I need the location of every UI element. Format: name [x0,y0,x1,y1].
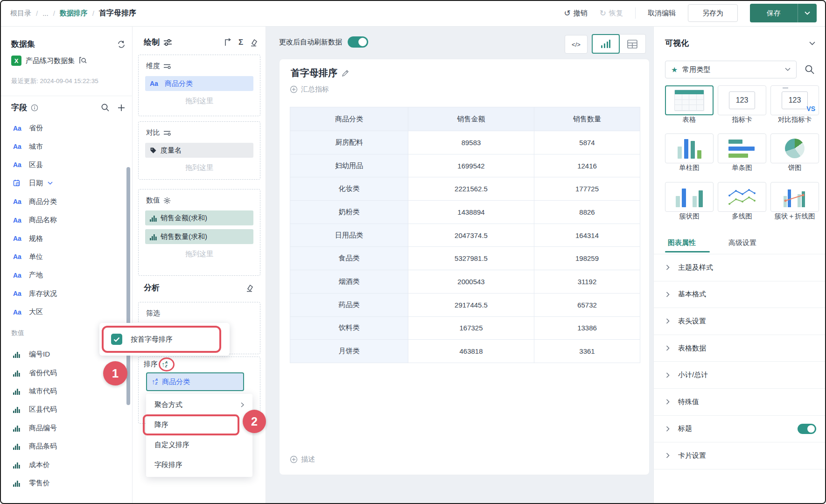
summary-metric-button[interactable]: 汇总指标 [290,85,329,94]
field-item[interactable]: Aa单位 [0,248,133,266]
breadcrumb-ellipsis[interactable]: ... [42,9,49,17]
measure-item[interactable]: 商品编号 [0,419,133,437]
table-header-row: 商品分类 销售金额 销售数量 [290,107,640,131]
text-field-icon: Aa [150,80,161,87]
search-fields-icon[interactable] [101,103,110,112]
save-button[interactable]: 保存 [750,4,817,22]
tab-advanced-settings[interactable]: 高级设置 [728,238,756,247]
combo-chart-icon [780,187,810,207]
measure-item[interactable]: 成本价 [0,455,133,474]
preview-dataset-icon[interactable] [79,56,87,65]
letter-sort-popup: 按首字母排序 [99,323,230,356]
section-card-settings[interactable]: 卡片设置 [654,442,826,469]
auto-refresh-label: 更改后自动刷新数据 [279,38,342,47]
chevron-down-icon[interactable] [809,42,815,45]
description-button[interactable]: 描述 [290,455,315,464]
chart-type-clustered[interactable] [665,182,714,212]
gear-icon[interactable] [163,197,171,204]
cancel-edit-button[interactable]: 取消编辑 [648,9,676,18]
letter-sort-label: 按首字母排序 [131,335,173,344]
compare-shelf-header: 对比 [146,128,260,137]
save-as-button[interactable]: 另存为 [688,4,738,22]
text-field-icon: Aa [13,198,24,205]
field-item[interactable]: Aa商品分类 [0,193,133,211]
chart-type-label: 指标卡 [718,115,766,124]
chart-type-column[interactable] [665,133,714,163]
chart-type-metric-card[interactable]: 123 [718,85,766,115]
field-item[interactable]: Aa大区 [0,303,133,321]
measure-item[interactable]: 商品条码 [0,437,133,455]
chart-type-bar[interactable] [718,133,766,163]
undo-button[interactable]: ↺撤销 [564,8,588,18]
text-field-icon: Aa [13,290,24,297]
dimension-pill[interactable]: Aa 商品分类 [145,76,253,91]
edit-pencil-icon[interactable] [342,69,350,77]
section-subtotal-total[interactable]: 小计/总计 [654,362,826,389]
table-row: 妇幼用品169954212416 [290,154,640,177]
letter-sort-checkbox[interactable] [111,334,122,345]
sidebar-scrollbar[interactable] [126,167,130,405]
refresh-dataset-icon[interactable] [117,40,126,49]
sigma-icon[interactable]: Σ [238,38,243,47]
code-view-button[interactable]: </> [565,35,588,54]
section-special-values[interactable]: 特殊值 [654,389,826,416]
field-item[interactable]: Aa规格 [0,229,133,247]
menu-item-field-sort[interactable]: 字段排序 [146,455,252,475]
sort-field-pill[interactable]: ↑AZ 商品分类 [146,372,244,391]
date-field-icon [13,179,24,187]
value-pill-sales-quantity[interactable]: 销售数量(求和) [145,229,253,244]
field-item[interactable]: Aa区县 [0,156,133,174]
section-table-data[interactable]: 表格数据 [654,335,826,362]
save-dropdown-button[interactable] [798,4,817,22]
measure-item[interactable]: 零售价 [0,474,133,492]
filter-lines-icon[interactable] [163,130,171,136]
chart-type-select[interactable]: ★ 常用类型 [665,61,797,78]
chart-type-clustered-line[interactable] [770,182,819,212]
column-header[interactable]: 销售数量 [534,107,640,131]
auto-refresh-toggle[interactable] [348,36,368,48]
menu-item-descending[interactable]: 降序 [146,415,252,435]
search-chart-type-icon[interactable] [804,64,815,75]
tab-chart-properties[interactable]: 图表属性 [668,238,696,247]
field-item[interactable]: Aa库存状况 [0,285,133,303]
column-header[interactable]: 销售金额 [408,107,534,131]
value-pill-sales-amount[interactable]: 销售金额(求和) [145,210,253,225]
values-group-label: 数值 [11,329,24,337]
add-field-icon[interactable] [117,104,126,112]
section-basic-format[interactable]: 基本格式 [654,281,826,308]
field-item[interactable]: Aa省份 [0,119,133,137]
section-title[interactable]: 标题 [654,416,826,443]
field-item-date[interactable]: 日期 [0,174,133,192]
eraser-icon[interactable] [249,38,258,47]
sort-az-icon[interactable]: ↑AZ [160,360,169,369]
measure-item[interactable]: 区县代码 [0,400,133,419]
table-row: 奶粉类14388948826 [290,201,640,224]
chart-type-multiline[interactable] [718,182,766,212]
info-icon[interactable] [31,104,38,112]
transpose-icon[interactable] [224,38,232,47]
section-header-settings[interactable]: 表头设置 [654,308,826,335]
measure-name-pill[interactable]: 度量名 [145,143,253,158]
chart-type-pie[interactable] [770,133,819,163]
eraser-icon[interactable] [245,284,254,292]
column-header[interactable]: 商品分类 [290,107,408,131]
chart-view-button[interactable] [592,34,620,54]
chart-type-compare-metric-card[interactable]: 123 VS [770,85,819,115]
dataset-row[interactable]: X 产品练习数据集 [11,56,87,66]
chart-type-table[interactable] [665,85,714,115]
breadcrumb-parent[interactable]: 数据排序 [60,9,88,18]
redo-button[interactable]: ↻恢复 [600,8,623,18]
menu-item-aggregation[interactable]: 聚合方式 [146,395,252,415]
chart-card: 首字母排序 汇总指标 商品分类 销售金额 销售数量 厨房配料895835874 … [279,59,650,475]
title-toggle[interactable] [798,424,816,434]
filter-lines-icon[interactable] [163,63,171,69]
field-item[interactable]: Aa产地 [0,266,133,284]
section-theme-style[interactable]: 主题及样式 [654,254,826,281]
table-view-button[interactable] [619,35,645,53]
field-item[interactable]: Aa城市 [0,137,133,155]
menu-item-custom-sort[interactable]: 自定义排序 [146,435,252,455]
sliders-icon[interactable] [163,38,172,47]
breadcrumb-root[interactable]: 根目录 [10,9,31,18]
chevron-right-icon [666,426,670,432]
field-item[interactable]: Aa商品名称 [0,211,133,229]
